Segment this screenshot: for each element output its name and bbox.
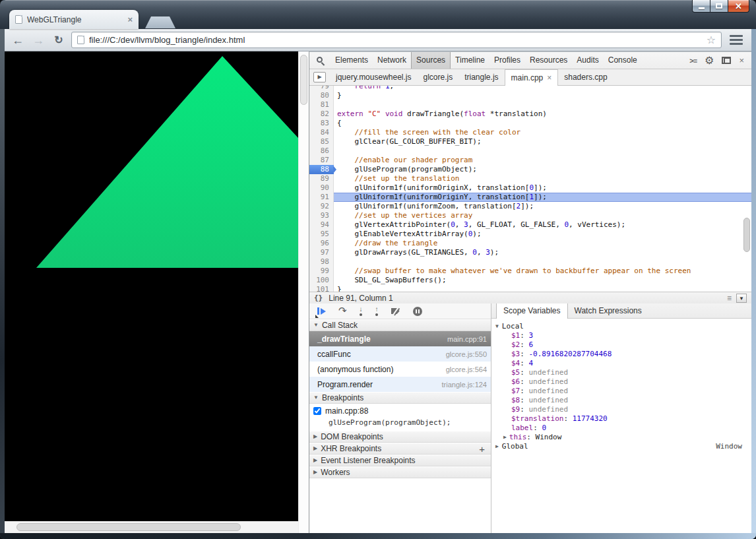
code-text[interactable]: } <box>334 285 751 292</box>
collapsed-triangle-icon[interactable]: ▶ <box>503 435 507 440</box>
window-close-button[interactable]: ✕ <box>728 0 749 13</box>
code-text[interactable]: glUniform1f(uniformOriginY, translation[… <box>334 193 751 202</box>
line-number[interactable]: 94 <box>309 220 334 230</box>
reload-button[interactable]: ↻ <box>51 35 67 46</box>
devtools-tab-timeline[interactable]: Timeline <box>451 52 489 69</box>
scope-local-header[interactable]: ▼ Local <box>491 322 751 331</box>
line-number[interactable]: 100 <box>309 276 334 285</box>
line-number[interactable]: 96 <box>309 239 334 248</box>
code-text[interactable] <box>334 100 751 110</box>
devtools-tab-network[interactable]: Network <box>373 52 411 69</box>
line-number[interactable]: 80 <box>309 91 334 100</box>
code-text[interactable]: glUniform1f(uniformOriginX, translation[… <box>334 183 751 193</box>
drawer-expand-icon[interactable]: ▼ <box>736 294 747 303</box>
line-number[interactable]: 91 <box>309 193 334 202</box>
webgl-canvas[interactable] <box>5 51 298 521</box>
code-text[interactable]: //enable our shader program <box>334 156 751 165</box>
back-button[interactable]: ← <box>10 34 26 46</box>
call-stack-frame-drawtriangle[interactable]: _drawTrianglemain.cpp:91 <box>309 331 491 346</box>
code-text[interactable]: } <box>334 91 751 100</box>
devtools-tab-elements[interactable]: Elements <box>331 52 373 69</box>
call-stack-header[interactable]: ▼ Call Stack <box>309 319 491 331</box>
browser-tab[interactable]: WebGLTriangle × <box>9 10 139 29</box>
code-text[interactable]: glEnableVertexAttribArray(0); <box>334 230 751 239</box>
line-number[interactable]: 87 <box>309 156 334 165</box>
tab-watch-expressions[interactable]: Watch Expressions <box>568 303 648 318</box>
line-number[interactable]: 83 <box>309 119 334 128</box>
line-number[interactable]: 82 <box>309 110 334 119</box>
code-text[interactable]: glClear(GL_COLOR_BUFFER_BIT); <box>334 137 751 146</box>
line-number[interactable]: 101 <box>309 285 334 292</box>
devtools-tab-resources[interactable]: Resources <box>525 52 572 69</box>
breakpoint-entry[interactable]: main.cpp:88 glUseProgram(programObject); <box>309 404 491 431</box>
line-number[interactable]: 90 <box>309 183 334 193</box>
editor-scrollbar-thumb[interactable] <box>743 218 750 252</box>
bookmark-star-icon[interactable]: ☆ <box>707 35 716 46</box>
file-tab-glcore-js[interactable]: glcore.js <box>418 69 459 85</box>
resume-script-button[interactable] <box>317 307 326 315</box>
new-tab-button[interactable] <box>145 16 175 28</box>
code-text[interactable]: glUseProgram(programObject); <box>334 165 751 174</box>
step-over-button[interactable]: ↷ <box>338 305 347 315</box>
file-tab-close-icon[interactable]: × <box>547 74 551 82</box>
section-header-event-listener-breakpoints[interactable]: ▶Event Listener Breakpoints <box>309 455 491 466</box>
scope-global-header[interactable]: ▶ Global Window <box>491 442 751 451</box>
line-number[interactable]: 84 <box>309 128 334 137</box>
scope-variable-this[interactable]: ▶this: Window <box>491 433 751 442</box>
file-tab-triangle-js[interactable]: triangle.js <box>458 69 504 85</box>
navigator-toggle-icon[interactable]: ▶ <box>313 72 326 82</box>
devtools-tab-console[interactable]: Console <box>604 52 642 69</box>
devtools-tab-audits[interactable]: Audits <box>572 52 603 69</box>
page-horizontal-scrollbar-thumb[interactable] <box>16 523 241 531</box>
menu-icon[interactable] <box>726 32 746 48</box>
line-number[interactable]: 79 <box>309 86 334 91</box>
file-tab-main-cpp[interactable]: main.cpp× <box>505 69 559 86</box>
dock-side-icon[interactable] <box>722 57 731 64</box>
tab-close-icon[interactable]: × <box>127 15 133 24</box>
drawer-list-icon[interactable]: ≡ <box>727 294 732 302</box>
line-number[interactable]: 95 <box>309 230 334 239</box>
section-header-xhr-breakpoints[interactable]: ▶XHR Breakpoints+ <box>309 443 491 455</box>
code-text[interactable]: //set up the translation <box>334 174 751 183</box>
call-stack-frame-ccallfunc[interactable]: ccallFuncglcore.js:550 <box>309 346 491 362</box>
breakpoint-checkbox[interactable] <box>313 407 321 415</box>
file-tab-jquery-mousewheel-js[interactable]: jquery.mousewheel.js <box>330 69 418 85</box>
page-vertical-scrollbar[interactable] <box>298 51 309 533</box>
forward-button[interactable]: → <box>30 34 46 46</box>
minimize-button[interactable] <box>692 0 710 13</box>
tab-scope-variables[interactable]: Scope Variables <box>496 303 568 319</box>
section-header-dom-breakpoints[interactable]: ▶DOM Breakpoints <box>309 431 491 443</box>
code-text[interactable]: extern "C" void drawTriangle(float *tran… <box>334 110 751 119</box>
code-text[interactable] <box>334 146 751 156</box>
call-stack-frame-anonymous-function[interactable]: (anonymous function)glcore.js:564 <box>309 362 491 377</box>
code-text[interactable]: //fill the screen with the clear color <box>334 128 751 137</box>
line-number[interactable]: 98 <box>309 257 334 267</box>
call-stack-frame-program-render[interactable]: Program.rendertriangle.js:124 <box>309 377 491 392</box>
code-text[interactable]: { <box>334 119 751 128</box>
line-number[interactable]: 85 <box>309 137 334 146</box>
settings-gear-icon[interactable]: ⚙ <box>705 55 714 66</box>
code-text[interactable]: SDL_GL_SwapBuffers(); <box>334 276 751 285</box>
console-drawer-icon[interactable]: >≡ <box>689 57 697 65</box>
breakpoint-line-number[interactable]: 88 <box>309 165 334 174</box>
line-number[interactable]: 97 <box>309 248 334 257</box>
code-text[interactable]: glDrawArrays(GL_TRIANGLES, 0, 3); <box>334 248 751 257</box>
deactivate-breakpoints-button[interactable] <box>391 308 400 314</box>
url-text[interactable]: file:///C:/dev/llvm/blog_triangle/index.… <box>89 35 702 45</box>
line-number[interactable]: 99 <box>309 267 334 276</box>
code-text[interactable]: return 1; <box>334 86 751 91</box>
code-text[interactable]: glUniform1f(uniformZoom, translation[2])… <box>334 202 751 211</box>
devtools-tab-profiles[interactable]: Profiles <box>489 52 525 69</box>
code-text[interactable] <box>334 257 751 267</box>
code-editor[interactable]: 79 return 1;80}8182extern "C" void drawT… <box>309 86 751 292</box>
pause-on-exceptions-button[interactable] <box>413 307 422 316</box>
step-into-button[interactable]: ↓ <box>360 306 363 316</box>
search-icon[interactable] <box>316 56 325 65</box>
line-number[interactable]: 89 <box>309 174 334 183</box>
section-header-workers[interactable]: ▶Workers <box>309 466 491 478</box>
line-number[interactable]: 93 <box>309 211 334 220</box>
file-tab-shaders-cpp[interactable]: shaders.cpp <box>558 69 613 85</box>
pretty-print-icon[interactable]: {} <box>314 294 323 302</box>
add-xhr-breakpoint-button[interactable]: + <box>479 444 491 454</box>
devtools-tab-sources[interactable]: Sources <box>411 52 451 69</box>
